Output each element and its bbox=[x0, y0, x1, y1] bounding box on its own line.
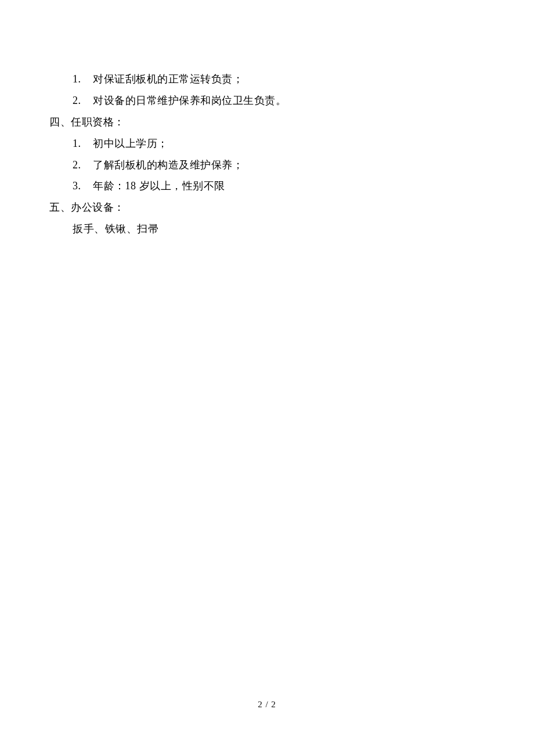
list-item-number: 1. bbox=[73, 133, 90, 154]
list-item: 3. 年龄：18 岁以上，性别不限 bbox=[49, 175, 485, 197]
section-heading-equipment: 五、办公设备： bbox=[49, 197, 485, 218]
page-content: 1. 对保证刮板机的正常运转负责； 2. 对设备的日常维护保养和岗位卫生负责。 … bbox=[0, 0, 534, 240]
list-item-number: 1. bbox=[73, 69, 90, 90]
page-number: 2 / 2 bbox=[0, 700, 534, 710]
list-item-text: 对保证刮板机的正常运转负责； bbox=[93, 73, 243, 85]
list-item-text: 对设备的日常维护保养和岗位卫生负责。 bbox=[93, 95, 286, 106]
list-item: 1. 对保证刮板机的正常运转负责； bbox=[49, 69, 485, 90]
list-item: 2. 对设备的日常维护保养和岗位卫生负责。 bbox=[49, 90, 485, 111]
list-item-text: 了解刮板机的构造及维护保养； bbox=[93, 159, 243, 171]
equipment-body: 扳手、铁锹、扫帚 bbox=[49, 218, 485, 240]
section-heading-qualifications: 四、任职资格： bbox=[49, 111, 485, 133]
list-item-number: 3. bbox=[73, 175, 90, 197]
list-item-text: 初中以上学历； bbox=[93, 138, 168, 149]
list-item-number: 2. bbox=[73, 90, 90, 111]
list-item: 1. 初中以上学历； bbox=[49, 133, 485, 154]
list-item-text: 年龄：18 岁以上，性别不限 bbox=[93, 180, 225, 192]
list-item: 2. 了解刮板机的构造及维护保养； bbox=[49, 154, 485, 176]
list-item-number: 2. bbox=[73, 154, 90, 176]
